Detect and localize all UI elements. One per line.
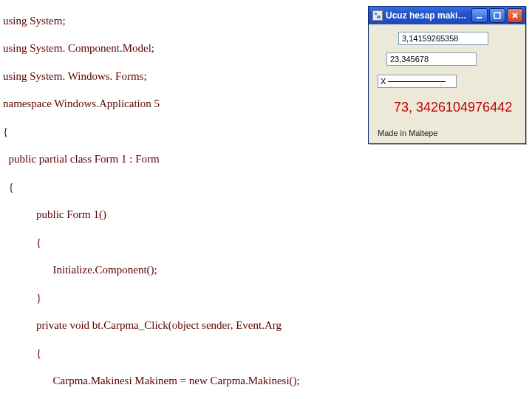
code-line: public Form 1()	[3, 208, 529, 222]
multiply-button[interactable]: X	[378, 75, 457, 88]
first-number-input[interactable]: 3,14159265358	[398, 32, 488, 45]
code-line: private void bt.Carpma_Click(object send…	[3, 318, 529, 332]
window-title: Ucuz hesap makinesi	[386, 10, 468, 21]
app-icon	[372, 10, 383, 21]
code-line: {	[3, 236, 529, 250]
code-line: {	[3, 347, 529, 361]
close-button[interactable]	[507, 8, 523, 23]
svg-rect-1	[494, 13, 500, 18]
window-buttons	[471, 8, 523, 23]
titlebar[interactable]: Ucuz hesap makinesi	[369, 7, 525, 24]
underline-icon	[388, 81, 446, 82]
second-number-input[interactable]: 23,345678	[386, 52, 477, 66]
maximize-button[interactable]	[489, 8, 505, 23]
code-line: Initialize.Component();	[3, 263, 529, 277]
code-line: Carpma.Makinesi Makinem = new Carpma.Mak…	[3, 374, 529, 388]
multiply-button-label: X	[381, 77, 388, 86]
client-area: 3,14159265358 23,345678 X 73, 3426104976…	[369, 24, 525, 143]
app-window: Ucuz hesap makinesi 3,14159265358 23,345…	[368, 6, 526, 144]
minimize-button[interactable]	[471, 8, 488, 23]
code-line: {	[3, 180, 529, 194]
code-line: }	[3, 291, 529, 305]
footer-text: Made in Maltepe	[378, 127, 516, 137]
code-line: public partial class Form 1 : Form	[3, 152, 529, 166]
svg-rect-0	[477, 17, 482, 18]
result-label: 73, 3426104976442	[378, 98, 516, 127]
